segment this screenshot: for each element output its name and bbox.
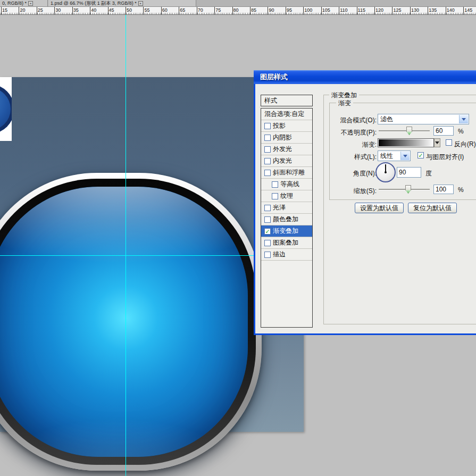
style-checkbox[interactable] [264,240,271,246]
ruler-tick-label: 80 [233,7,239,13]
layer-style-dialog: 图层样式 样式 混合选项:自定投影内阴影外发光内发光斜面和浮雕等高线纹理光泽颜色… [254,70,476,335]
ruler-tick [357,7,357,14]
style-item-label: 投影 [273,121,286,130]
ruler-minor-ticks [0,13,476,14]
gradient-label: 渐变: [318,140,377,149]
ruler-tick-label: 105 [322,7,330,13]
ruler-tick-label: 100 [304,7,312,13]
style-list-item[interactable]: 内阴影 [261,132,312,144]
style-checkbox[interactable] [264,205,271,211]
ruler-tick-label: 45 [109,7,114,13]
ruler-tick-label: 20 [20,7,25,13]
style-checkbox[interactable] [264,170,271,176]
style-list-item[interactable]: 图案叠加 [261,237,312,249]
gradient-style-value: 线性 [380,152,393,161]
style-list-item[interactable]: 斜面和浮雕 [261,167,312,179]
style-list-item[interactable]: 内发光 [261,155,312,167]
style-list-item[interactable]: 颜色叠加 [261,214,312,226]
gradient-style-select[interactable]: 线性 [378,151,411,161]
style-list-item[interactable]: 描边 [261,249,312,261]
ruler-tick [374,7,375,14]
reverse-checkbox[interactable] [446,139,452,146]
ruler-tick [90,7,90,14]
ruler-tick [303,7,304,14]
style-item-label: 混合选项:自定 [264,110,304,119]
style-item-label: 图案叠加 [273,238,298,247]
dialog-title: 图层样式 [254,72,288,82]
style-item-label: 内发光 [273,156,292,165]
document-tab-active[interactable]: 1.psd @ 66.7% (形状 1 副本 3, RGB/8) * × [48,0,196,6]
horizontal-ruler[interactable]: 1520253035404550556065707580859095100105… [0,7,476,15]
small-blue-circle-artwork [0,84,12,134]
ruler-tick-label: 135 [429,7,437,13]
scale-slider-thumb[interactable] [405,185,411,194]
opacity-label: 不透明度(P): [318,128,377,137]
ruler-tick [410,7,411,14]
style-checkbox[interactable] [264,252,271,258]
ruler-tick-label: 85 [251,7,256,13]
opacity-slider-thumb[interactable] [406,127,412,135]
gradient-preview[interactable] [378,138,434,147]
chevron-down-icon[interactable] [459,115,468,123]
style-checkbox[interactable] [264,216,271,223]
chevron-down-icon[interactable] [400,152,410,160]
reset-to-default-button[interactable]: 复位为默认值 [408,203,457,213]
scale-slider[interactable] [379,185,430,194]
style-list-item[interactable]: 外发光 [261,144,312,155]
opacity-slider[interactable] [379,127,430,135]
dialog-title-bar[interactable]: 图层样式 [254,70,476,84]
blend-mode-label: 混合模式(O): [318,116,377,125]
ruler-tick-label: 125 [393,7,401,13]
style-checkbox[interactable] [264,158,271,164]
angle-dial[interactable] [375,162,396,182]
style-list-item[interactable]: 纹理 [261,190,312,202]
ruler-tick-label: 60 [162,7,168,13]
ruler-tick [286,7,286,14]
style-item-label: 渐变叠加 [273,227,298,236]
ruler-tick-label: 55 [144,7,149,13]
background-document-fragment [0,77,12,141]
style-list-item[interactable]: 混合选项:自定 [261,108,312,120]
style-list-item[interactable]: ✓渐变叠加 [261,226,312,237]
style-checkbox[interactable] [272,181,278,188]
style-item-label: 颜色叠加 [273,215,298,224]
ruler-tick [143,7,144,14]
ruler-tick-label: 70 [198,7,203,13]
style-checkbox[interactable] [264,135,271,141]
button-blue-face [0,187,248,457]
style-checkbox[interactable] [264,146,271,153]
style-label: 样式(L): [318,153,377,162]
style-list-item[interactable]: 投影 [261,120,312,132]
document-tab-inactive[interactable]: 0, RGB/8) * × [0,0,48,6]
style-list-item[interactable]: 光泽 [261,202,312,214]
set-as-default-button[interactable]: 设置为默认值 [355,203,404,213]
align-with-layer-checkbox[interactable]: ✓ [417,152,424,158]
style-checkbox[interactable] [264,123,271,129]
ruler-tick [428,7,428,14]
ruler-tick [232,7,233,14]
style-list-item[interactable]: 等高线 [261,179,312,190]
ruler-tick-label: 90 [269,7,274,13]
document-tab-bar: 0, RGB/8) * × 1.psd @ 66.7% (形状 1 副本 3, … [0,0,476,7]
scale-unit: % [458,186,464,194]
ruler-tick-label: 35 [73,7,79,13]
scale-input[interactable] [433,185,454,194]
ruler-tick-label: 25 [38,7,43,13]
vertical-guide[interactable] [126,15,126,476]
gradient-picker-arrow[interactable] [434,138,440,147]
style-checkbox[interactable] [272,193,278,199]
ruler-tick [339,7,339,14]
style-item-label: 光泽 [273,203,286,212]
ruler-tick-label: 130 [411,7,419,13]
tab-close-icon[interactable]: × [138,1,143,6]
style-checkbox[interactable]: ✓ [264,228,271,235]
blend-mode-select[interactable]: 滤色 [378,114,469,124]
style-item-label: 描边 [273,250,286,259]
ruler-tick [446,7,446,14]
ruler-tick [214,7,215,14]
tab-close-icon[interactable]: × [28,1,33,6]
angle-input[interactable] [397,167,421,178]
ruler-tick-label: 15 [2,7,7,13]
ruler-tick [19,7,19,14]
opacity-input[interactable] [433,126,454,136]
